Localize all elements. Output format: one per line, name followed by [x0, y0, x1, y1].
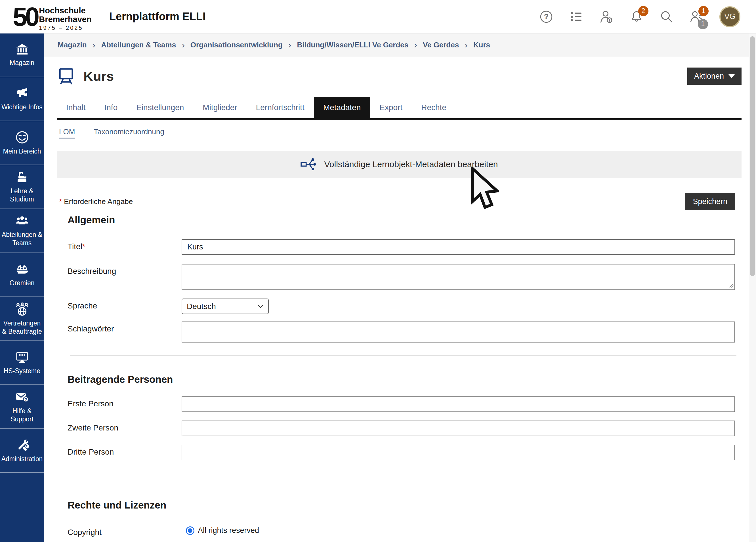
logo-name-line1: Hochschule: [39, 6, 85, 15]
tab-rechte[interactable]: Rechte: [412, 97, 456, 118]
tab-export[interactable]: Export: [370, 97, 412, 118]
tools-icon: [15, 438, 30, 452]
tab-bar: Inhalt Info Einstellungen Mitglieder Ler…: [57, 97, 742, 120]
breadcrumb-item[interactable]: Bildung/Wissen/ELLI Ve Gerdes: [297, 41, 409, 49]
tab-inhalt[interactable]: Inhalt: [57, 97, 95, 118]
tab-einstellungen[interactable]: Einstellungen: [127, 97, 193, 118]
section-heading-allgemein: Allgemein: [68, 214, 742, 226]
sprache-selected-value: Deutsch: [187, 302, 216, 311]
subtab-taxonomiezuordnung[interactable]: Taxonomiezuordnung: [94, 127, 164, 138]
field-row-beschreibung: Beschreibung: [68, 264, 742, 291]
mail-help-icon: ?: [14, 390, 30, 404]
breadcrumb-item[interactable]: Abteilungen & Teams: [101, 41, 176, 49]
breadcrumb-separator: ›: [414, 40, 417, 50]
user-status-icon[interactable]: !: [599, 9, 614, 24]
todo-list-icon[interactable]: [569, 9, 584, 24]
contacts-icon[interactable]: 1 1: [689, 9, 704, 24]
search-icon[interactable]: [659, 9, 674, 24]
field-row-erste-person: Erste Person: [68, 396, 742, 412]
sidebar-item-gremien[interactable]: Gremien: [0, 253, 44, 297]
breadcrumb-separator: ›: [465, 40, 468, 50]
caret-down-icon: [728, 74, 735, 78]
sidebar-item-hilfe-support[interactable]: ? Hilfe & Support: [0, 385, 44, 429]
help-icon[interactable]: ?: [539, 9, 554, 24]
sidebar-item-mein-bereich[interactable]: Mein Bereich: [0, 121, 44, 165]
university-logo[interactable]: 50 Hochschule Bremerhaven 1975 – 2025: [13, 2, 92, 31]
assembly-icon: [15, 262, 30, 276]
banner-label: Vollständige Lernobjekt-Metadaten bearbe…: [324, 159, 498, 169]
user-avatar[interactable]: VG: [719, 6, 740, 27]
scrollbar-thumb[interactable]: [750, 36, 755, 276]
logo-text: Hochschule Bremerhaven 1975 – 2025: [39, 6, 91, 31]
sprache-label: Sprache: [68, 299, 182, 314]
sidebar-item-label: Magazin: [9, 59, 35, 67]
metadata-form: Titel* Beschreibung: [68, 239, 742, 537]
actions-button[interactable]: Aktionen: [687, 68, 742, 85]
erste-person-input[interactable]: [182, 396, 735, 412]
section-divider: [70, 473, 736, 473]
sidebar-item-label: Wichtige Infos: [0, 103, 43, 111]
field-row-zweite-person: Zweite Person: [68, 421, 742, 436]
notifications-bell-icon[interactable]: 2: [629, 9, 644, 24]
beschreibung-textarea[interactable]: [182, 264, 735, 290]
metadata-nodes-icon: [300, 157, 317, 171]
titel-input[interactable]: [182, 239, 735, 255]
mail-help-glyph: ?: [24, 397, 27, 402]
page-title-row: Kurs Aktionen: [57, 67, 742, 85]
dritte-person-input[interactable]: [182, 445, 735, 460]
main-sidebar: Magazin Wichtige Infos Mein Bereich: [0, 33, 44, 542]
notifications-badge: 2: [638, 6, 648, 16]
copyright-radio-row: All rights reserved: [186, 525, 735, 535]
field-row-copyright: Copyright All rights reserved: [68, 525, 742, 537]
copyright-label: Copyright: [68, 525, 182, 537]
sidebar-item-wichtige-infos[interactable]: Wichtige Infos: [0, 77, 44, 121]
monitor-icon: [15, 350, 30, 364]
help-glyph: ?: [544, 12, 549, 21]
erste-person-label: Erste Person: [68, 396, 182, 412]
page-content: Kurs Aktionen Inhalt Info Einstellungen …: [44, 67, 749, 537]
breadcrumb-item[interactable]: Magazin: [58, 41, 87, 49]
vertical-scrollbar[interactable]: [749, 33, 756, 542]
tab-metadaten[interactable]: Metadaten: [314, 97, 370, 118]
save-button[interactable]: Speichern: [685, 193, 735, 210]
sidebar-item-label: Gremien: [8, 279, 35, 287]
section-heading-beitragende: Beitragende Personen: [68, 374, 742, 385]
logo-50-mark: 50: [13, 4, 37, 30]
required-hint: * Erforderliche Angabe: [59, 197, 133, 206]
sidebar-item-vertretungen[interactable]: Vertretungen & Beauftragte: [0, 297, 44, 341]
smiley-icon: [15, 130, 29, 144]
zweite-person-input[interactable]: [182, 421, 735, 436]
sidebar-item-lehre-studium[interactable]: Lehre & Studium: [0, 165, 44, 209]
sidebar-item-label: HS-Systeme: [3, 367, 41, 375]
user-status-glyph: !: [609, 18, 610, 22]
breadcrumb-item[interactable]: Organisationsentwicklung: [190, 41, 283, 49]
sidebar-item-hs-systeme[interactable]: HS-Systeme: [0, 341, 44, 385]
sidebar-item-administration[interactable]: Administration: [0, 429, 44, 473]
copyright-radio-checked[interactable]: [186, 526, 194, 535]
sidebar-item-label: Administration: [0, 455, 44, 463]
breadcrumb-item[interactable]: Kurs: [473, 41, 490, 49]
breadcrumb-separator: ›: [182, 40, 185, 50]
edit-full-metadata-banner[interactable]: Vollständige Lernobjekt-Metadaten bearbe…: [57, 151, 742, 178]
contacts-badge-seen: 1: [698, 19, 708, 29]
sidebar-item-magazin[interactable]: Magazin: [0, 33, 44, 77]
tab-info[interactable]: Info: [95, 97, 127, 118]
schlagwoerter-input[interactable]: [182, 322, 735, 343]
contacts-badge-new: 1: [698, 6, 709, 16]
chevron-down-icon: [257, 304, 264, 308]
breadcrumb-item[interactable]: Ve Gerdes: [423, 41, 459, 49]
tab-mitglieder[interactable]: Mitglieder: [193, 97, 246, 118]
sidebar-item-abteilungen-teams[interactable]: Abteilungen & Teams: [0, 209, 44, 253]
required-asterisk: *: [59, 197, 62, 206]
titel-required-mark: *: [82, 242, 85, 251]
app-title: Lernplattform ELLI: [109, 10, 206, 23]
dritte-person-label: Dritte Person: [68, 445, 182, 460]
globe-people-icon: [15, 302, 30, 316]
sidebar-item-label: Vertretungen & Beauftragte: [0, 319, 44, 336]
breadcrumb: Magazin › Abteilungen & Teams › Organisa…: [44, 33, 749, 57]
field-row-schlagwoerter: Schlagwörter: [68, 322, 742, 343]
logo-name-line2: Bremerhaven: [39, 15, 91, 24]
subtab-lom[interactable]: LOM: [59, 127, 75, 138]
tab-lernfortschritt[interactable]: Lernfortschritt: [247, 97, 314, 118]
sprache-select[interactable]: Deutsch: [182, 299, 269, 314]
